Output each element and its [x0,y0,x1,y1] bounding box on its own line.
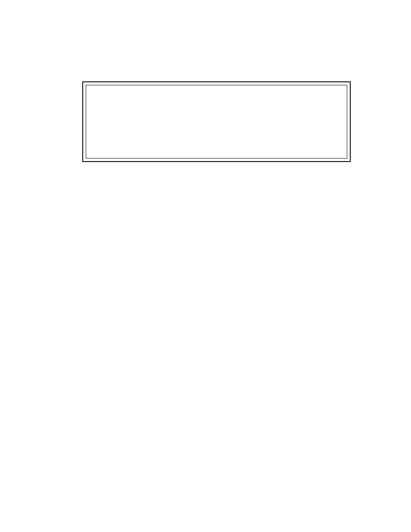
outer-frame [82,81,351,162]
inner-frame [86,85,347,159]
